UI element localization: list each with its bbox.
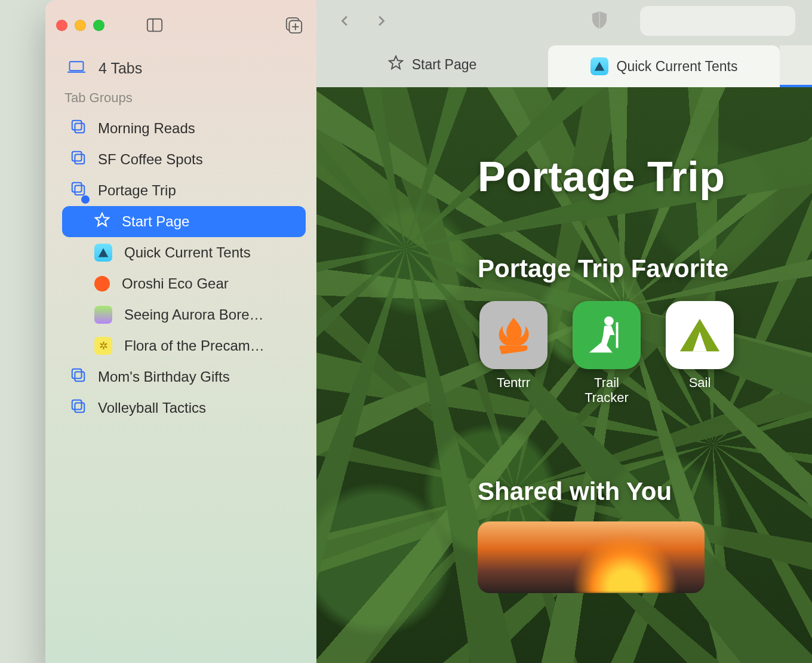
tab-groups-header: Tab Groups bbox=[62, 90, 306, 113]
tab-group-icon bbox=[70, 367, 86, 386]
tab-group-morning-reads[interactable]: Morning Reads bbox=[62, 113, 306, 144]
tabs-count-label: 4 Tabs bbox=[99, 60, 142, 77]
tab-group-label: Mom's Birthday Gifts bbox=[98, 369, 230, 385]
tab-group-sf-coffee[interactable]: SF Coffee Spots bbox=[62, 144, 306, 175]
tent-favicon-icon bbox=[94, 244, 112, 262]
star-icon bbox=[94, 212, 110, 231]
favorite-trail-tracker[interactable]: Trail Tracker bbox=[571, 301, 642, 406]
tab-group-label: Morning Reads bbox=[98, 120, 195, 137]
page-title: Portage Trip bbox=[478, 153, 812, 201]
tab-strip: Start Page Quick Current Tents bbox=[316, 42, 812, 87]
tab-group-icon bbox=[70, 398, 86, 418]
tab-group-label: Volleyball Tactics bbox=[98, 400, 206, 416]
close-window-button[interactable] bbox=[56, 20, 67, 31]
star-icon bbox=[388, 55, 404, 74]
svg-rect-8 bbox=[72, 121, 82, 130]
start-page-content: Portage Trip Portage Trip Favorite Tentr… bbox=[316, 87, 812, 663]
address-bar[interactable] bbox=[640, 6, 795, 36]
open-tabs-summary[interactable]: 4 Tabs bbox=[62, 54, 306, 90]
tab-start-page[interactable]: Start Page bbox=[316, 42, 548, 87]
svg-rect-0 bbox=[147, 19, 162, 32]
toolbar bbox=[316, 0, 812, 42]
sidebar-tab-label: Start Page bbox=[122, 213, 189, 230]
tab-group-label: SF Coffee Spots bbox=[98, 151, 203, 168]
svg-rect-18 bbox=[75, 403, 84, 412]
tab-group-moms-birthday[interactable]: Mom's Birthday Gifts bbox=[62, 361, 306, 392]
sidebar: 4 Tabs Tab Groups Morning Reads SF Coffe… bbox=[45, 0, 316, 663]
svg-rect-11 bbox=[75, 154, 84, 164]
tab-group-icon bbox=[70, 119, 86, 138]
sidebar-tab-flora[interactable]: ✲ Flora of the Precam… bbox=[62, 330, 306, 361]
favorite-tentrr[interactable]: Tentrr bbox=[478, 301, 549, 406]
privacy-shield-icon[interactable] bbox=[591, 10, 608, 32]
window-controls bbox=[56, 20, 104, 31]
tab-group-portage-trip[interactable]: Portage Trip bbox=[62, 175, 306, 206]
svg-rect-16 bbox=[75, 372, 84, 381]
hiker-tile-icon bbox=[573, 301, 641, 369]
tab-label: Quick Current Tents bbox=[617, 59, 738, 75]
svg-rect-17 bbox=[72, 400, 82, 410]
tab-overflow-indicator[interactable] bbox=[780, 45, 812, 87]
favorites-row: Tentrr Trail Tracker Sail bbox=[478, 301, 812, 406]
shared-badge-icon bbox=[81, 195, 90, 204]
sidebar-tab-aurora[interactable]: Seeing Aurora Bore… bbox=[62, 299, 306, 330]
shared-header: Shared with You bbox=[478, 477, 812, 506]
favorite-caption: Sail bbox=[689, 375, 711, 390]
tab-group-label: Portage Trip bbox=[98, 182, 176, 199]
favorite-caption: Trail Tracker bbox=[571, 375, 642, 406]
sidebar-tab-label: Flora of the Precam… bbox=[124, 337, 264, 354]
svg-rect-6 bbox=[70, 62, 84, 70]
sidebar-tab-quick-current-tents[interactable]: Quick Current Tents bbox=[62, 237, 306, 268]
favorite-caption: Tentrr bbox=[497, 375, 530, 390]
sidebar-tab-oroshi-eco-gear[interactable]: Oroshi Eco Gear bbox=[62, 268, 306, 299]
new-tab-group-button[interactable] bbox=[282, 13, 306, 37]
tab-group-volleyball[interactable]: Volleyball Tactics bbox=[62, 392, 306, 423]
sidebar-tab-label: Seeing Aurora Bore… bbox=[124, 306, 263, 323]
shared-tab-group-icon bbox=[70, 181, 86, 200]
minimize-window-button[interactable] bbox=[75, 20, 86, 31]
tab-quick-current-tents[interactable]: Quick Current Tents bbox=[548, 45, 780, 87]
svg-rect-10 bbox=[72, 152, 82, 161]
svg-point-22 bbox=[604, 317, 614, 326]
site-favicon-icon: ✲ bbox=[94, 337, 112, 355]
main-pane: Start Page Quick Current Tents Portage T… bbox=[316, 0, 812, 663]
tent-favicon-icon bbox=[590, 57, 608, 75]
tab-group-icon bbox=[70, 150, 86, 169]
browser-window: 4 Tabs Tab Groups Morning Reads SF Coffe… bbox=[45, 0, 812, 663]
campfire-tile-icon bbox=[479, 301, 548, 369]
svg-rect-13 bbox=[75, 185, 84, 195]
shared-item-card[interactable] bbox=[478, 521, 705, 593]
sidebar-tab-label: Quick Current Tents bbox=[124, 244, 251, 261]
titlebar bbox=[45, 8, 316, 42]
forward-button[interactable] bbox=[369, 9, 393, 33]
svg-rect-23 bbox=[616, 323, 619, 348]
svg-rect-9 bbox=[75, 123, 84, 133]
site-favicon-icon bbox=[94, 306, 112, 324]
tent-tile-icon bbox=[666, 301, 734, 369]
sidebar-tab-label: Oroshi Eco Gear bbox=[122, 275, 229, 292]
svg-rect-15 bbox=[72, 369, 82, 379]
tab-label: Start Page bbox=[412, 57, 477, 73]
zoom-window-button[interactable] bbox=[93, 20, 104, 31]
svg-marker-19 bbox=[389, 56, 402, 69]
toggle-sidebar-button[interactable] bbox=[143, 13, 167, 37]
favorites-header: Portage Trip Favorite bbox=[478, 254, 812, 283]
sidebar-tab-start-page[interactable]: Start Page bbox=[62, 206, 306, 237]
svg-rect-12 bbox=[72, 183, 82, 192]
device-icon bbox=[67, 60, 85, 77]
back-button[interactable] bbox=[333, 9, 357, 33]
site-favicon-icon bbox=[94, 276, 110, 291]
svg-marker-14 bbox=[96, 213, 109, 226]
favorite-sail[interactable]: Sail bbox=[664, 301, 736, 406]
